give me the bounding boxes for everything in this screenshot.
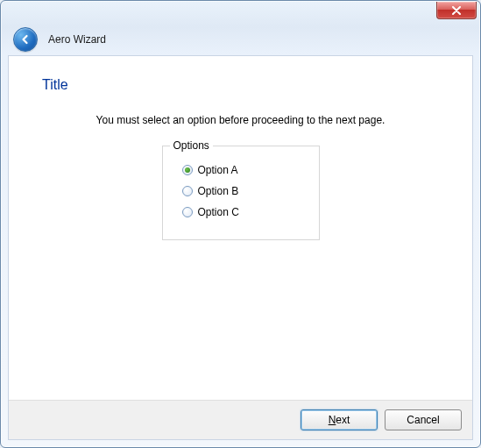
titlebar — [1, 1, 480, 25]
option-c-radio[interactable]: Option C — [182, 206, 307, 218]
content: Title You must select an option before p… — [9, 56, 472, 400]
options-legend: Options — [170, 139, 213, 152]
option-b-radio[interactable]: Option B — [182, 185, 307, 197]
page-title: Title — [42, 77, 442, 93]
option-a-radio[interactable]: Option A — [182, 164, 307, 176]
radio-icon — [182, 207, 193, 217]
radio-label: Option B — [198, 185, 239, 197]
cancel-button[interactable]: Cancel — [385, 409, 462, 430]
next-button[interactable]: Next — [301, 409, 378, 430]
radio-label: Option C — [198, 206, 239, 218]
next-button-rest: ext — [336, 414, 350, 426]
radio-icon — [182, 165, 193, 175]
header: Aero Wizard — [1, 25, 480, 53]
content-panel: Title You must select an option before p… — [8, 55, 473, 440]
options-group: Options Option A Option B Option C — [162, 146, 320, 240]
back-arrow-icon — [19, 33, 32, 46]
cancel-button-label: Cancel — [407, 414, 439, 426]
wizard-name: Aero Wizard — [48, 33, 106, 46]
next-button-accel: N — [329, 414, 336, 426]
instruction-text: You must select an option before proceed… — [39, 114, 442, 126]
back-button[interactable] — [13, 27, 38, 52]
wizard-window: Aero Wizard Title You must select an opt… — [0, 0, 481, 448]
footer: Next Cancel — [9, 400, 472, 439]
close-icon — [451, 6, 462, 15]
close-button[interactable] — [436, 2, 477, 19]
radio-label: Option A — [198, 164, 238, 176]
radio-icon — [182, 186, 193, 196]
